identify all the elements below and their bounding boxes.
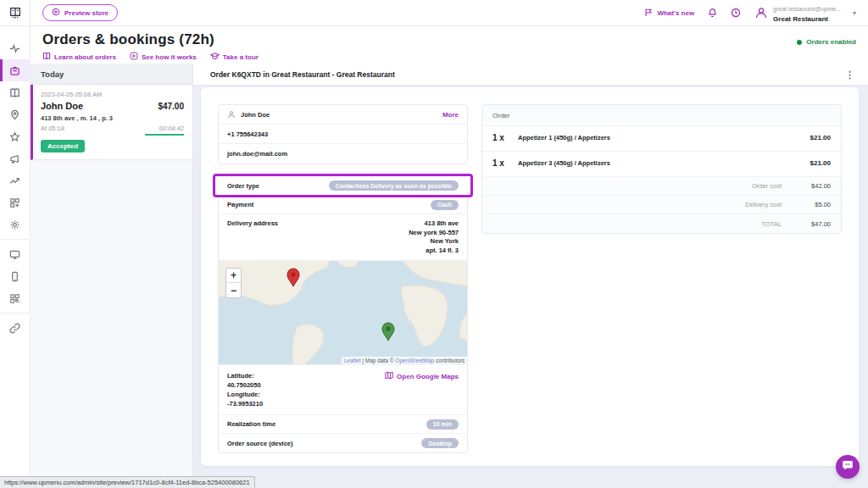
- qr-code-icon: [9, 293, 20, 304]
- chat-widget-button[interactable]: [836, 455, 860, 479]
- customer-email: john.doe@mail.com: [227, 150, 287, 158]
- orders-enabled-label: Orders enabled: [806, 38, 856, 46]
- sidebar-divider: [0, 239, 30, 240]
- sidebar-item-statistics[interactable]: [0, 169, 30, 191]
- payment-badge: Cash: [431, 200, 459, 210]
- take-a-tour-link[interactable]: Take a tour: [210, 52, 259, 62]
- chat-bubble-icon: [842, 459, 854, 474]
- sidebar-item-dashboard[interactable]: [0, 37, 30, 59]
- order-source-label: Order source (device): [227, 440, 293, 447]
- order-cost-row: Order cost $42.00: [482, 177, 841, 196]
- order-view-title: Order K6QXTD in Great Restaurant - Great…: [210, 70, 395, 79]
- delivery-cost-row: Delivery cost $5.00: [482, 196, 841, 214]
- status-dot-icon: [797, 40, 802, 45]
- order-source-badge: Desktop: [421, 438, 459, 448]
- realization-time-badge: 10 min: [426, 419, 459, 430]
- order-type-highlight: Order type Contactless Delivery as soon …: [213, 174, 473, 197]
- latitude-label: Latitude:: [227, 372, 254, 380]
- map-zoom-in-button[interactable]: +: [226, 269, 241, 283]
- sidebar-item-settings[interactable]: [0, 214, 30, 236]
- openstreetmap-link[interactable]: OpenStreetMap: [395, 358, 434, 363]
- monitor-icon: [9, 249, 20, 260]
- mobile-icon: [9, 271, 20, 282]
- sidebar-item-mobile-app[interactable]: [0, 265, 30, 287]
- location-pin-icon: [9, 109, 20, 120]
- item-name: Appetizer 3 (450g) / Appetizers: [518, 158, 810, 168]
- payment-label: Payment: [227, 201, 253, 208]
- coordinates-block: Latitude: 40.7502050 Longitude: -73.9953…: [227, 371, 263, 408]
- sidebar-item-orders[interactable]: [0, 59, 30, 81]
- item-quantity: 1 x: [492, 158, 518, 168]
- latitude-value: 40.7502050: [227, 381, 261, 389]
- orders-icon: [9, 65, 20, 76]
- link-icon: [9, 323, 20, 334]
- app-window: Preview store What's new great.restauran…: [0, 0, 868, 488]
- kebab-menu-icon[interactable]: ⋮: [845, 70, 854, 79]
- flag-icon: [644, 8, 653, 19]
- clock-icon[interactable]: [731, 8, 741, 18]
- map-zoom-out-button[interactable]: −: [226, 283, 241, 297]
- page-title: Orders & bookings (72h): [42, 31, 868, 48]
- whats-new-link[interactable]: What's new: [644, 8, 694, 19]
- order-summary-header: Order: [482, 105, 841, 126]
- bell-icon[interactable]: [708, 8, 717, 18]
- see-how-it-works-link[interactable]: See how it works: [130, 52, 197, 62]
- sidebar-divider: [0, 313, 30, 313]
- account-menu[interactable]: great.restaurant@upme... Great Restauran…: [754, 3, 856, 23]
- orders-enabled-status: Orders enabled: [797, 38, 856, 46]
- delivery-map[interactable]: + − Leaflet | Map data © OpenStreetMap c…: [219, 261, 467, 365]
- delivery-address-label: Delivery address: [227, 219, 278, 227]
- customer-name: John Doe: [241, 111, 270, 119]
- sidebar-item-integrations[interactable]: [0, 191, 30, 214]
- graduation-cap-icon: [210, 52, 220, 62]
- orders-day-header: Today: [31, 64, 192, 85]
- account-name: Great Restaurant: [773, 15, 828, 23]
- orders-list-panel: Today 2023-04-05 05:08 AM John Doe $47.0…: [31, 64, 193, 488]
- eye-icon: [52, 8, 60, 18]
- order-details-box: Order type Contactless Delivery as soon …: [218, 175, 468, 453]
- order-customer-name: John Doe: [41, 101, 83, 111]
- order-type-label: Order type: [227, 182, 259, 190]
- person-icon: [227, 110, 236, 119]
- preview-store-button[interactable]: Preview store: [42, 4, 118, 21]
- sidebar-item-qr-codes[interactable]: [0, 287, 30, 309]
- order-list-item[interactable]: 2023-04-05 05:08 AM John Doe $47.00 413 …: [31, 85, 192, 160]
- megaphone-icon: [9, 153, 20, 164]
- avatar-icon: [754, 6, 768, 19]
- learn-about-orders-link[interactable]: Learn about orders: [42, 52, 116, 62]
- order-price: $47.00: [158, 102, 184, 111]
- book-icon: [42, 52, 51, 62]
- star-icon: [9, 131, 20, 142]
- sidebar-item-marketing[interactable]: [0, 147, 30, 169]
- customer-more-link[interactable]: More: [442, 111, 459, 119]
- order-item-row: 1 x Appetizer 3 (450g) / Appetizers $21.…: [482, 152, 841, 177]
- sidebar-item-menu[interactable]: [0, 81, 30, 103]
- open-google-maps-link[interactable]: Open Google Maps: [385, 371, 459, 381]
- leaflet-link[interactable]: Leaflet: [344, 358, 361, 363]
- account-email: great.restaurant@upme...: [773, 6, 841, 12]
- sidebar-item-links[interactable]: [0, 317, 30, 339]
- order-detail-card: John Doe More +1 755642343 john.doe@mail…: [201, 87, 859, 466]
- order-summary-box: Order 1 x Appetizer 1 (450g) / Appetizer…: [481, 104, 842, 234]
- countdown-progress-bar: [145, 134, 184, 136]
- browser-status-bar: https://www.upmenu.com/admin/site/previe…: [0, 476, 255, 488]
- delivery-cost-value: $5.00: [802, 201, 831, 208]
- order-countdown: 00:08:42: [159, 125, 184, 132]
- sidebar-item-reviews[interactable]: [0, 125, 30, 147]
- map-icon: [385, 371, 393, 381]
- map-zoom-control: + −: [225, 268, 242, 298]
- gear-icon: [9, 219, 20, 230]
- sidebar-item-website[interactable]: [0, 243, 30, 265]
- total-row: TOTAL $47.00: [482, 214, 841, 233]
- order-view-header: Order K6QXTD in Great Restaurant - Great…: [193, 64, 868, 86]
- total-label: TOTAL: [762, 220, 782, 228]
- item-name: Appetizer 1 (450g) / Appetizers: [518, 133, 810, 142]
- order-address: 413 8th ave , m. 14 , p. 3: [41, 114, 184, 122]
- trend-icon: [9, 175, 20, 186]
- customer-box: John Doe More +1 755642343 john.doe@mail…: [218, 104, 468, 164]
- activity-icon: [9, 43, 20, 54]
- menu-book-icon: [9, 87, 20, 98]
- item-quantity: 1 x: [492, 133, 518, 142]
- sidebar-item-locations[interactable]: [0, 103, 30, 125]
- item-price: $21.00: [810, 134, 831, 141]
